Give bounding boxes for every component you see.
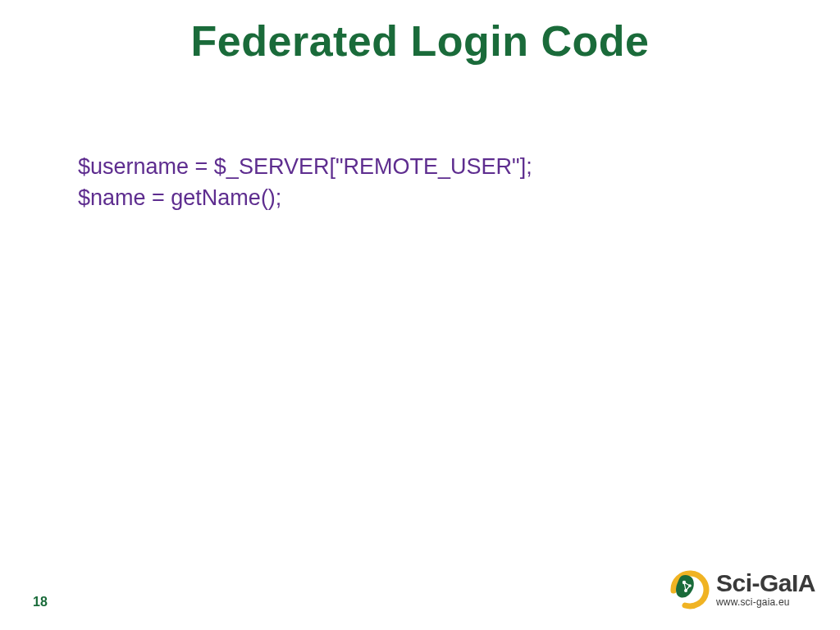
code-block: $username = $_SERVER["REMOTE_USER"]; $na…	[78, 152, 532, 214]
sci-gaia-logo: Sci-GaIA www.sci-gaia.eu	[664, 564, 815, 614]
slide: Federated Login Code $username = $_SERVE…	[0, 0, 840, 630]
page-number: 18	[33, 595, 48, 609]
slide-title: Federated Login Code	[0, 16, 840, 66]
logo-text: Sci-GaIA www.sci-gaia.eu	[716, 571, 815, 607]
logo-url: www.sci-gaia.eu	[716, 597, 815, 607]
code-line-2: $name = getName();	[78, 185, 281, 210]
logo-brand: Sci-GaIA	[716, 571, 815, 596]
code-line-1: $username = $_SERVER["REMOTE_USER"];	[78, 154, 532, 179]
globe-icon	[664, 564, 710, 614]
